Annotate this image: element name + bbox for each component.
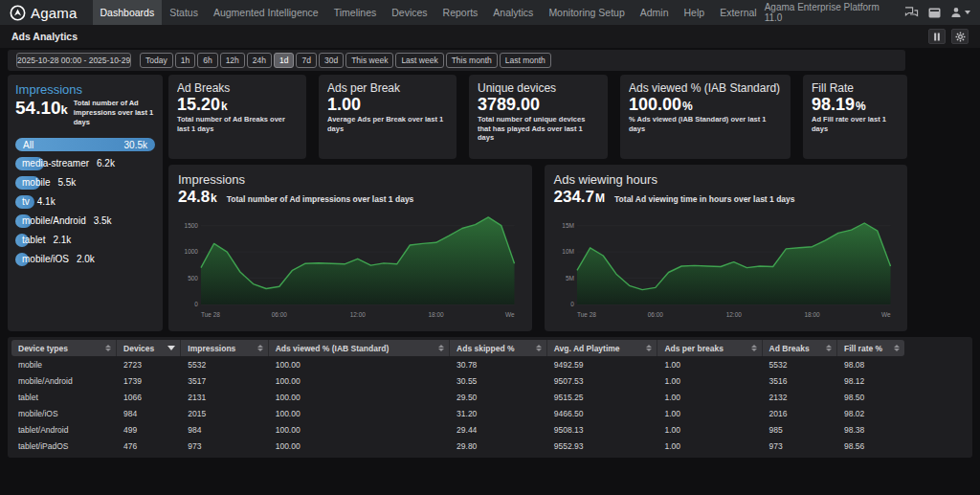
device-bar-label: tablet (22, 234, 45, 247)
table-cell: tablet/iPadOS (11, 441, 117, 451)
device-bar-row-media-streamer[interactable]: media-streamer6.2k (15, 157, 155, 170)
range-button-6h[interactable]: 6h (197, 53, 217, 68)
table-cell: 476 (117, 441, 181, 451)
range-button-this-month[interactable]: This month (446, 53, 498, 68)
range-button-today[interactable]: Today (140, 53, 173, 68)
range-button-1h[interactable]: 1h (175, 53, 195, 68)
table-cell: 100.00 (269, 441, 450, 451)
table-cell: tablet (11, 393, 117, 402)
date-range-input[interactable] (16, 53, 131, 68)
apps-icon[interactable] (928, 8, 941, 18)
impressions-panel: Impressions 54.10k Total number of Ad im… (8, 75, 163, 331)
table-header-devices[interactable]: Devices (117, 340, 181, 356)
device-bar-row-tablet[interactable]: tablet2.1k (15, 234, 155, 247)
table-cell: 1.00 (657, 376, 762, 386)
column-label: Fill rate % (844, 344, 882, 353)
table-header-ads-per-breaks[interactable]: Ads per breaks (657, 340, 762, 356)
chart-card-impressions: Impressions24.8kTotal number of Ad impre… (168, 165, 532, 331)
range-group: Today1h6h12h24h1d7d30dThis weekLast week… (140, 53, 551, 68)
range-button-last-month[interactable]: Last month (500, 53, 551, 68)
chat-icon[interactable] (904, 7, 919, 18)
range-button-12h[interactable]: 12h (220, 53, 245, 68)
nav-item-augmented-intelligence[interactable]: Augmented Intelligence (206, 0, 326, 25)
range-button-30d[interactable]: 30d (319, 53, 344, 68)
table-row[interactable]: tablet/iPadOS476973100.0029.809552.931.0… (11, 438, 904, 454)
svg-text:We: We (505, 311, 515, 318)
sort-icon (826, 345, 832, 351)
nav-item-dashboards[interactable]: Dashboards (93, 0, 163, 25)
user-menu[interactable] (950, 7, 970, 18)
kpi-title: Fill Rate (812, 81, 899, 95)
settings-button[interactable] (951, 29, 969, 44)
device-bar-row-tv[interactable]: tv4.1k (15, 195, 155, 209)
nav-item-devices[interactable]: Devices (384, 0, 434, 25)
table-cell: 29.80 (450, 441, 547, 451)
table-header-fill-rate[interactable]: Fill rate % (837, 340, 904, 356)
range-button-24h[interactable]: 24h (247, 53, 272, 68)
nav-item-timelines[interactable]: Timelines (326, 0, 385, 25)
device-bar-row-mobile[interactable]: mobile5.5k (15, 176, 155, 190)
kpi-card-ads-per-break: Ads per Break1.00Average Ads per Break o… (319, 75, 457, 159)
range-button-7d[interactable]: 7d (296, 53, 316, 68)
nav-item-monitoring-setup[interactable]: Monitoring Setup (541, 0, 632, 25)
table-header-ads-skipped[interactable]: Ads skipped % (450, 340, 547, 356)
device-bar-text: tv4.1k (22, 195, 56, 209)
nav-item-status[interactable]: Status (162, 0, 206, 25)
sort-down-arrow (257, 349, 263, 351)
table-cell: 98.38 (837, 425, 904, 435)
table-cell: mobile (11, 360, 117, 370)
column-label: Avg. Ad Playtime (554, 344, 620, 353)
table-cell: 9507.53 (547, 376, 658, 386)
agama-logo-icon (10, 5, 26, 21)
table-cell: 973 (763, 441, 837, 451)
device-bar-label: mobile (22, 176, 50, 190)
table-cell: 973 (181, 441, 268, 451)
impressions-value: 54.10 (15, 98, 61, 118)
device-bar-row-mobile-ios[interactable]: mobile/iOS2.0k (15, 253, 155, 266)
kpi-card-unique-devices: Unique devices3789.00Total number of uni… (469, 75, 608, 159)
kpi-suffix: % (682, 100, 693, 113)
table-row[interactable]: mobile/Android17393517100.0030.559507.53… (11, 372, 904, 389)
device-bar-row-all[interactable]: All30.5k (15, 138, 155, 151)
device-bar-value: 2.0k (77, 253, 95, 266)
table-row[interactable]: mobile27235532100.0030.789492.591.005532… (11, 356, 904, 372)
kpi-number: 100.00 (629, 95, 681, 114)
device-bar-value: 6.2k (97, 157, 115, 170)
svg-text:15M: 15M (562, 222, 574, 229)
table-row[interactable]: tablet10662131100.0029.509515.251.002132… (11, 389, 904, 405)
sort-down-arrow (894, 349, 900, 351)
nav-item-analytics[interactable]: Analytics (485, 0, 541, 25)
table-cell: 2016 (763, 409, 837, 418)
nav-item-reports[interactable]: Reports (435, 0, 486, 25)
svg-text:Tue 28: Tue 28 (576, 311, 595, 318)
table-header-impressions[interactable]: Impressions (181, 340, 268, 356)
kpi-title: Ads viewed % (IAB Standard) (629, 81, 782, 95)
table-header-ad-breaks[interactable]: Ad Breaks (763, 340, 837, 356)
range-button-1d[interactable]: 1d (274, 53, 294, 68)
svg-text:1500: 1500 (185, 222, 199, 229)
caret-down-icon (965, 11, 970, 14)
table-row[interactable]: tablet/Android499984100.0029.449508.131.… (11, 421, 904, 438)
table-row[interactable]: mobile/iOS9842015100.0031.209466.501.002… (11, 405, 904, 421)
range-button-this-week[interactable]: This week (345, 53, 393, 68)
table-header-avg-ad-playtime[interactable]: Avg. Ad Playtime (547, 340, 658, 356)
kpi-description: Ad Fill rate over last 1 days (812, 115, 899, 134)
sort-down-arrow (536, 349, 542, 351)
pause-button[interactable] (928, 29, 946, 44)
table-cell: 30.78 (450, 360, 547, 370)
table-header-ads-viewed-iab-standard[interactable]: Ads viewed % (IAB Standard) (269, 340, 450, 356)
kpi-title: Ad Breaks (177, 81, 298, 95)
brand[interactable]: Agama (10, 5, 78, 21)
table-header-device-types[interactable]: Device types (11, 340, 117, 356)
range-button-last-week[interactable]: Last week (395, 53, 443, 68)
chart-value-suffix: k (211, 191, 217, 205)
nav-item-help[interactable]: Help (677, 0, 713, 25)
nav-item-external[interactable]: External (712, 0, 765, 25)
table-cell: 1066 (117, 393, 181, 402)
table-cell: 985 (763, 425, 837, 435)
table-cell: tablet/Android (11, 425, 117, 435)
chart-title: Impressions (178, 172, 523, 187)
device-bar-row-mobile-android[interactable]: mobile/Android3.5k (15, 214, 155, 228)
table-header: Device typesDevicesImpressionsAds viewed… (11, 340, 904, 356)
nav-item-admin[interactable]: Admin (633, 0, 677, 25)
